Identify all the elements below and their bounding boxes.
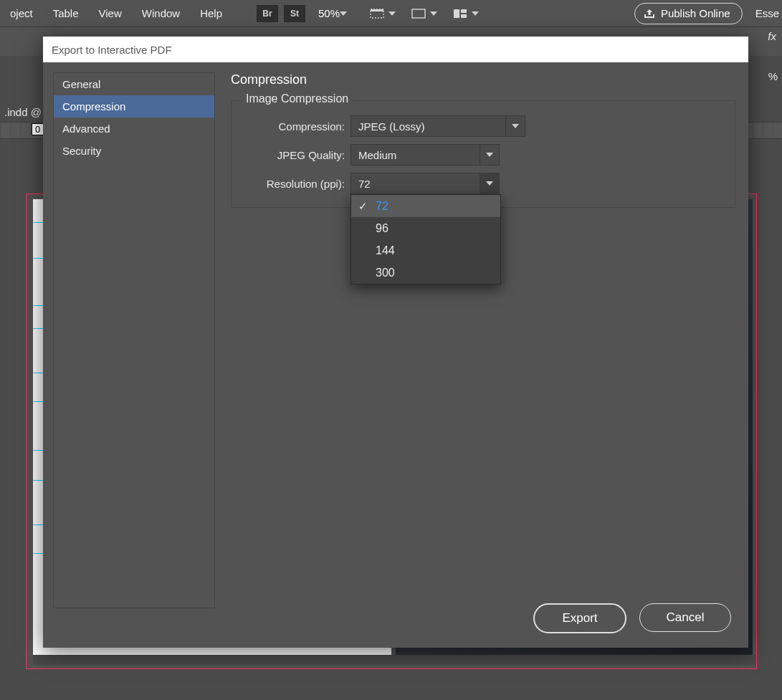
resolution-option-72[interactable]: 72 [351,195,500,217]
publish-online-label: Publish Online [661,7,730,19]
resolution-option-144[interactable]: 144 [351,239,500,262]
screen-mode-icon[interactable] [367,6,387,21]
stock-icon[interactable]: St [284,5,305,22]
upload-icon [644,9,655,19]
chevron-down-icon [480,173,499,193]
menu-help[interactable]: Help [190,0,232,27]
resolution-option-300[interactable]: 300 [351,262,500,284]
resolution-label: Resolution (ppi): [243,178,345,190]
menu-view[interactable]: View [89,0,132,27]
svg-rect-8 [653,14,654,16]
dialog-sidebar: General Compression Advanced Security [53,72,215,608]
menu-table[interactable]: Table [43,0,89,27]
menu-window[interactable]: Window [132,0,190,27]
zoom-dropdown-icon[interactable] [340,11,358,16]
sidebar-item-compression[interactable]: Compression [54,95,214,118]
document-tab[interactable]: .indd @ [0,103,46,121]
export-pdf-dialog: Export to Interactive PDF General Compre… [43,37,748,648]
svg-rect-3 [454,9,459,18]
zoom-level[interactable]: 50% [318,7,340,19]
arrange-documents-dropdown-icon[interactable] [472,11,490,16]
sidebar-item-security[interactable]: Security [54,140,214,162]
compression-value: JPEG (Lossy) [351,120,505,133]
publish-online-button[interactable]: Publish Online [634,3,743,24]
sidebar-item-advanced[interactable]: Advanced [54,118,214,140]
view-options-group [366,6,490,21]
resolution-select[interactable]: 72 [351,173,500,194]
display-performance-icon[interactable] [409,6,429,21]
opacity-label: % [768,70,778,82]
compression-select[interactable]: JPEG (Lossy) [351,115,525,137]
fx-panel-label[interactable]: fx [768,30,776,42]
quality-label: JPEG Quality: [243,149,345,161]
export-button[interactable]: Export [533,603,626,633]
arrange-documents-icon[interactable] [450,6,470,21]
page-footer-overlay [33,655,756,665]
jpeg-quality-select[interactable]: Medium [351,144,500,166]
fieldset-legend: Image Compression [242,92,353,105]
menu-object[interactable]: oject [0,0,43,27]
cancel-button[interactable]: Cancel [639,603,731,632]
quality-value: Medium [351,149,480,161]
dialog-button-row: Export Cancel [533,603,731,633]
compression-label: Compression: [243,120,345,133]
dialog-main: Compression Image Compression Compressio… [215,62,748,648]
svg-rect-4 [461,9,467,13]
image-compression-fieldset: Image Compression Compression: JPEG (Los… [231,100,735,208]
workspace-label[interactable]: Esse [755,7,779,19]
chevron-down-icon [480,145,499,165]
display-performance-dropdown-icon[interactable] [430,11,449,16]
svg-rect-1 [371,9,383,11]
svg-rect-2 [412,9,425,18]
screen-mode-dropdown-icon[interactable] [388,11,407,16]
app-menubar: oject Table View Window Help Br St 50% [0,0,782,27]
svg-rect-7 [644,14,646,16]
sidebar-item-general[interactable]: General [54,73,214,95]
dialog-title: Export to Interactive PDF [43,37,748,62]
resolution-option-96[interactable]: 96 [351,217,500,239]
panel-heading: Compression [231,72,735,87]
ruler-origin: 0 [32,123,44,135]
svg-rect-5 [461,14,467,18]
svg-rect-6 [644,16,654,18]
resolution-dropdown: 72 96 144 300 [351,194,501,284]
bridge-icon[interactable]: Br [257,5,278,22]
resolution-value: 72 [351,178,480,190]
chevron-down-icon [505,116,525,136]
